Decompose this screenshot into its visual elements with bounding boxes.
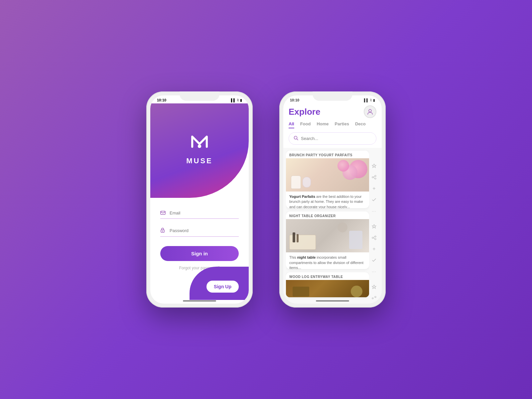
star-button-2[interactable] (369, 222, 379, 231)
card3-actions (369, 282, 379, 300)
battery-icon: ▮ (373, 98, 375, 102)
add-button-2[interactable]: + (369, 244, 379, 254)
search-icon (294, 136, 298, 141)
battery-icon: ▮ (240, 98, 242, 102)
share-button-3[interactable] (369, 294, 379, 300)
category-food[interactable]: Food (300, 121, 311, 128)
muse-logo-icon (188, 129, 211, 153)
page-title: Explore (289, 107, 320, 117)
signin-button[interactable]: Sign in (160, 246, 239, 261)
card1-actions: + ··· (369, 161, 379, 216)
star-button-1[interactable] (369, 161, 379, 171)
search-bar (289, 132, 376, 145)
svg-point-6 (375, 175, 376, 177)
email-input-group (160, 208, 239, 219)
svg-point-8 (375, 178, 376, 179)
add-button-1[interactable]: + (369, 184, 379, 193)
svg-point-0 (198, 144, 201, 148)
notch (180, 91, 219, 101)
svg-line-14 (373, 237, 375, 237)
card-image-nighttable (286, 219, 369, 252)
card-title-nighttable: NIGHT TABLE ORGANIZER (286, 211, 369, 219)
explore-header: Explore All Food Home Parties Deco (283, 103, 382, 132)
explore-content: Explore All Food Home Parties Deco (283, 103, 382, 300)
category-all[interactable]: All (289, 121, 294, 128)
explore-status-icons: ▌▌ ⌇ ▮ (364, 98, 375, 102)
svg-point-17 (372, 298, 373, 299)
svg-line-15 (373, 238, 375, 239)
login-time: 10:10 (157, 98, 166, 102)
explore-time: 10:10 (290, 98, 299, 102)
svg-point-7 (372, 177, 373, 178)
card-nighttable: NIGHT TABLE ORGANIZER This night table i… (286, 211, 369, 269)
card2-actions: + ··· (369, 222, 379, 276)
card-woodlog: WOOD LOG ENTRYWAY TABLE (286, 272, 369, 297)
card-title-woodlog: WOOD LOG ENTRYWAY TABLE (286, 272, 369, 280)
cards-list: BRUNCH PARTY YOGURT PARFAITS Yogurt Parf… (286, 148, 369, 300)
search-input[interactable] (301, 136, 371, 141)
card-image-woodlog (286, 280, 369, 297)
svg-point-12 (372, 237, 373, 238)
share-button-1[interactable] (369, 173, 379, 182)
explore-notch (313, 91, 352, 101)
check-button-2[interactable] (369, 256, 379, 265)
share-button-2[interactable] (369, 233, 379, 242)
lock-icon (160, 227, 166, 234)
login-content: MUSE (150, 103, 249, 300)
svg-point-13 (375, 238, 376, 240)
svg-line-10 (373, 178, 375, 178)
home-indicator-explore (316, 300, 349, 302)
signal-icon: ▌▌ (364, 98, 369, 102)
check-button-1[interactable] (369, 195, 379, 204)
card-title-yogurt: BRUNCH PARTY YOGURT PARFAITS (286, 151, 369, 158)
category-deco[interactable]: Deco (355, 121, 366, 128)
svg-point-11 (375, 236, 376, 237)
signal-icon: ▌▌ (231, 98, 236, 102)
svg-line-9 (373, 176, 375, 177)
email-field[interactable] (170, 210, 239, 215)
password-field[interactable] (170, 228, 239, 233)
more-button-2[interactable]: ··· (369, 267, 379, 276)
svg-rect-1 (161, 211, 165, 214)
search-wrapper (283, 132, 382, 148)
category-tabs: All Food Home Parties Deco (289, 121, 376, 132)
svg-point-4 (369, 109, 371, 112)
wifi-icon: ⌇ (370, 98, 372, 102)
more-button-1[interactable]: ··· (369, 206, 379, 216)
svg-point-3 (162, 230, 163, 231)
profile-button[interactable] (364, 105, 376, 118)
explore-title-row: Explore (289, 103, 376, 121)
app-title: MUSE (186, 157, 213, 165)
home-indicator (183, 300, 216, 302)
login-status-icons: ▌▌ ⌇ ▮ (231, 98, 242, 102)
card-yogurt: BRUNCH PARTY YOGURT PARFAITS Yogurt Parf… (286, 151, 369, 208)
login-header: MUSE (150, 103, 249, 198)
signup-button[interactable]: Sign Up (206, 281, 239, 293)
card-desc-nighttable: This night table incorporates small comp… (286, 252, 369, 269)
category-parties[interactable]: Parties (335, 121, 349, 128)
explore-body: BRUNCH PARTY YOGURT PARFAITS Yogurt Parf… (283, 148, 382, 300)
card-desc-yogurt: Yogurt Parfaits are the best addition to… (286, 192, 369, 208)
svg-point-16 (375, 296, 376, 298)
password-input-group (160, 225, 239, 237)
star-button-3[interactable] (369, 282, 379, 292)
explore-phone: 10:10 ▌▌ ⌇ ▮ Explore (279, 91, 386, 308)
side-actions: + ··· + (369, 148, 379, 300)
category-home[interactable]: Home (317, 121, 329, 128)
card-image-yogurt (286, 158, 369, 192)
wifi-icon: ⌇ (237, 98, 239, 102)
login-phone: 10:10 ▌▌ ⌇ ▮ MUSE (146, 91, 253, 308)
email-icon (160, 210, 166, 216)
